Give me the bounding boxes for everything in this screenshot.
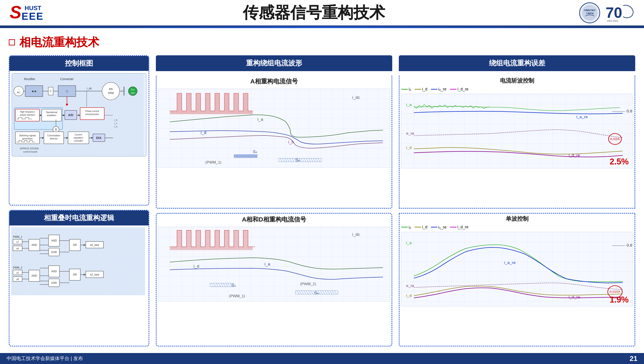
svg-text:i_d: i_d xyxy=(406,146,412,150)
legend-id: i_d xyxy=(415,87,427,92)
right-chart1-legend: iₐ i_d iₐ_re i_d_re xyxy=(400,86,634,92)
svg-text:s8: s8 xyxy=(16,247,19,250)
svg-text:i_d: i_d xyxy=(406,294,412,298)
legend-ia-re-label: iₐ_re xyxy=(438,87,446,92)
svg-text:i_d_re: i_d_re xyxy=(568,295,580,299)
svg-text:EEE: EEE xyxy=(22,10,44,22)
mid-chart1-area: i_dc i_a i_b i_d xyxy=(158,89,390,168)
control-panel: 控制框图 xyxy=(9,55,149,206)
svg-text:XOR: XOR xyxy=(51,282,57,284)
svg-text:reconstruction: reconstruction xyxy=(86,113,99,116)
svg-text:Converter: Converter xyxy=(60,77,74,81)
header-logos: 中国电气电子 工程学会 70 1952-2022 xyxy=(579,2,635,23)
svg-text:工程学会: 工程学会 xyxy=(586,12,594,14)
svg-text:(PWM_1): (PWM_1) xyxy=(229,294,245,298)
mid-chart2: A相和D相重构电流信号 i_dc i_d i_a xyxy=(156,213,392,347)
header-title: 传感器信号重构技术 xyxy=(48,2,579,23)
svg-text:e_ia: e_ia xyxy=(406,131,414,136)
legend-id-label: i_d xyxy=(422,87,427,92)
svg-text:~: ~ xyxy=(18,88,19,91)
svg-text:AND: AND xyxy=(32,244,37,246)
section-title-box xyxy=(9,39,15,46)
legend2-id-re-color xyxy=(450,227,456,228)
svg-text:XOR: XOR xyxy=(51,251,57,254)
svg-text:⟦⟧: ⟦⟧ xyxy=(66,90,68,92)
control-diagram-img: Rectifier Converter ~ AC ▶|◀ C xyxy=(12,73,146,156)
svg-text:control board: control board xyxy=(23,150,37,153)
section-title-text: 相电流重构技术 xyxy=(19,35,99,50)
svg-text:Commutation: Commutation xyxy=(47,134,60,137)
legend2-iu-re: iᵤ_re xyxy=(431,225,446,230)
svg-text:s7: s7 xyxy=(16,240,19,243)
svg-rect-166 xyxy=(158,227,390,302)
legend-ia-re-color xyxy=(431,89,438,90)
right-chart2-area: i_a i_a_re 0.8 A e_ia 0.015A xyxy=(401,232,633,306)
svg-text:Rectifier: Rectifier xyxy=(24,77,35,81)
columns-layout: 控制框图 xyxy=(9,55,635,346)
legend-id-color xyxy=(415,89,421,90)
logic-panel-content: PWM_1 s7 s8 AND AND xyxy=(10,226,148,346)
legend2-id-color xyxy=(415,227,421,228)
svg-text:S: S xyxy=(10,2,21,22)
svg-text:s2: s2 xyxy=(16,271,19,274)
svg-text:SRM: SRM xyxy=(108,92,114,94)
mid-chart2-title: A相和D相重构电流信号 xyxy=(156,214,392,226)
right-panel-header: 绕组电流重构误差 xyxy=(399,55,635,71)
svg-text:i_dc: i_dc xyxy=(352,232,360,237)
legend-id-re-color xyxy=(450,89,456,90)
legend-id-re: i_d_re xyxy=(450,87,468,92)
logic-panel-header: 相重叠时电流重构逻辑 xyxy=(10,210,148,226)
svg-text:Switching signals: Switching signals xyxy=(19,134,36,137)
svg-text:C: C xyxy=(50,90,52,93)
legend-ia: iₐ xyxy=(401,87,411,92)
svg-text:0.02A: 0.02A xyxy=(610,137,620,141)
svg-text:AND: AND xyxy=(51,239,57,242)
control-panel-content: Rectifier Converter ~ AC ▶|◀ C xyxy=(10,71,148,206)
svg-text:generation: generation xyxy=(22,138,32,140)
mid-panel-header: 重构绕组电流波形 xyxy=(156,55,392,71)
svg-text:i_a: i_a xyxy=(258,117,264,122)
right-chart2-pct: 1.9% xyxy=(610,295,629,304)
svg-text:i_a_re: i_a_re xyxy=(504,260,516,265)
header: S HUST EEE 传感器信号重构技术 中国电气电子 工程学会 70 1952… xyxy=(0,0,644,26)
svg-text:e_ia: e_ia xyxy=(406,284,414,288)
svg-text:OR: OR xyxy=(73,244,77,246)
svg-text:i_dc: i_dc xyxy=(352,95,360,100)
legend-ia-label: iₐ xyxy=(409,87,411,92)
svg-text:regulation: regulation xyxy=(74,136,83,139)
legend-ia-re: iₐ_re xyxy=(431,87,446,92)
svg-text:70: 70 xyxy=(606,4,622,21)
legend2-ia-label: iₐ xyxy=(409,225,411,230)
svg-text:1952-2022: 1952-2022 xyxy=(607,20,618,22)
svg-text:PWM_2: PWM_2 xyxy=(13,266,22,269)
svg-text:i_c: i_c xyxy=(114,122,118,124)
svg-rect-86 xyxy=(11,227,145,295)
main-content: 相电流重构技术 控制框图 xyxy=(0,28,644,353)
right-chart2-title: 单波控制 xyxy=(400,214,634,224)
svg-text:AND: AND xyxy=(32,274,37,277)
right-chart1-area: i_a i_a_re 0.8 A e_ia xyxy=(401,94,633,168)
footer: 中国电工技术学会新媒体平台 | 发布 21 xyxy=(0,353,644,364)
svg-text:i_b: i_b xyxy=(114,118,118,121)
legend2-id-re-label: i_d_re xyxy=(458,225,468,230)
svg-text:Enc: Enc xyxy=(131,88,134,91)
svg-text:i_a: i_a xyxy=(406,103,412,107)
legend2-ia-color xyxy=(401,227,408,228)
svg-text:i_a: i_a xyxy=(406,241,412,245)
svg-text:0.8 A: 0.8 A xyxy=(627,109,633,113)
mid-chart1-title: A相重构电流信号 xyxy=(156,76,392,88)
svg-text:0.8 A: 0.8 A xyxy=(627,243,633,247)
svg-text:s2_new: s2_new xyxy=(90,273,99,276)
legend2-id: i_d xyxy=(415,225,427,230)
right-chart2: 单波控制 iₐ i_d iᵤ_re xyxy=(399,213,635,347)
svg-point-27 xyxy=(128,87,137,96)
section-title: 相电流重构技术 xyxy=(9,35,635,50)
ieee-logo: 中国电气电子 工程学会 xyxy=(579,2,600,23)
right-column: 绕组电流重构误差 电流斩波控制 iₐ i_d iₐ_re xyxy=(399,55,635,346)
logo-area: S HUST EEE xyxy=(9,2,48,24)
svg-rect-138 xyxy=(158,89,390,168)
mid-chart1: A相重构电流信号 i_dc xyxy=(156,76,392,208)
svg-text:▶|◀: ▶|◀ xyxy=(32,90,36,92)
legend-id-re-label: i_d_re xyxy=(458,87,468,92)
hust-seee-logo: S HUST EEE xyxy=(9,2,48,24)
